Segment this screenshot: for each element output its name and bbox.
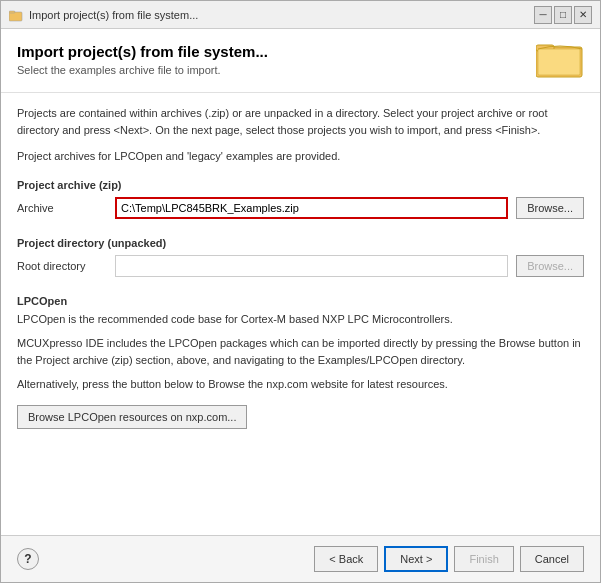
lpcopen-text2: MCUXpresso IDE includes the LPCOpen pack… — [17, 335, 584, 368]
archive-section: Project archive (zip) Archive Browse... — [17, 175, 584, 223]
archive-row: Archive Browse... — [17, 197, 584, 219]
footer-buttons: < Back Next > Finish Cancel — [314, 546, 584, 572]
close-button[interactable]: ✕ — [574, 6, 592, 24]
dialog-title: Import project(s) from file system... — [17, 43, 524, 60]
archives-note: Project archives for LPCOpen and 'legacy… — [17, 148, 584, 165]
import-dialog: Import project(s) from file system... ─ … — [0, 0, 601, 583]
archive-label: Archive — [17, 202, 107, 214]
body-area: Projects are contained within archives (… — [1, 93, 600, 535]
directory-section: Project directory (unpacked) Root direct… — [17, 233, 584, 281]
header-area: Import project(s) from file system... Se… — [1, 29, 600, 93]
lpcopen-text1: LPCOpen is the recommended code base for… — [17, 311, 584, 328]
dialog-subtitle: Select the examples archive file to impo… — [17, 64, 524, 76]
archive-browse-button[interactable]: Browse... — [516, 197, 584, 219]
title-bar: Import project(s) from file system... ─ … — [1, 1, 600, 29]
root-browse-button[interactable]: Browse... — [516, 255, 584, 277]
lpcopen-text3: Alternatively, press the button below to… — [17, 376, 584, 393]
footer-area: ? < Back Next > Finish Cancel — [1, 535, 600, 582]
cancel-button[interactable]: Cancel — [520, 546, 584, 572]
archive-section-label: Project archive (zip) — [17, 179, 584, 191]
svg-rect-4 — [538, 49, 580, 75]
browse-lpcopen-button[interactable]: Browse LPCOpen resources on nxp.com... — [17, 405, 247, 429]
archive-input[interactable] — [115, 197, 508, 219]
header-text-block: Import project(s) from file system... Se… — [17, 43, 524, 76]
root-directory-input[interactable] — [115, 255, 508, 277]
maximize-button[interactable]: □ — [554, 6, 572, 24]
window-title: Import project(s) from file system... — [29, 9, 198, 21]
lpcopen-section: LPCOpen LPCOpen is the recommended code … — [17, 295, 584, 429]
svg-rect-0 — [9, 12, 22, 21]
title-bar-left: Import project(s) from file system... — [9, 8, 198, 22]
help-button[interactable]: ? — [17, 548, 39, 570]
folder-icon — [536, 39, 584, 79]
footer-left: ? — [17, 548, 39, 570]
header-icon-wrapper — [536, 39, 584, 82]
back-button[interactable]: < Back — [314, 546, 378, 572]
lpcopen-title: LPCOpen — [17, 295, 584, 307]
finish-button[interactable]: Finish — [454, 546, 513, 572]
minimize-button[interactable]: ─ — [534, 6, 552, 24]
root-dir-row: Root directory Browse... — [17, 255, 584, 277]
svg-rect-1 — [9, 11, 15, 13]
window-icon — [9, 8, 23, 22]
directory-section-label: Project directory (unpacked) — [17, 237, 584, 249]
description-text: Projects are contained within archives (… — [17, 105, 584, 138]
next-button[interactable]: Next > — [384, 546, 448, 572]
root-label: Root directory — [17, 260, 107, 272]
title-controls: ─ □ ✕ — [534, 6, 592, 24]
